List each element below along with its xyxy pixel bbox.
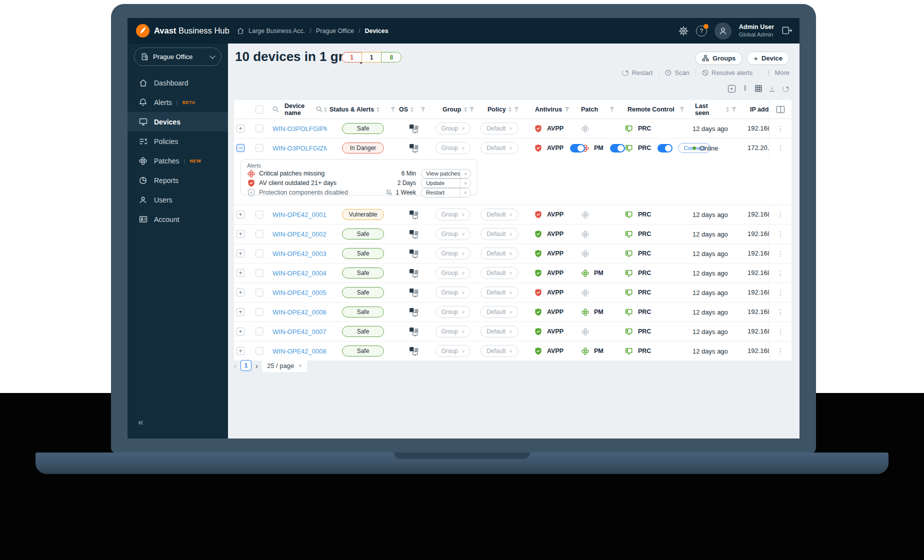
more-action-button[interactable]: ⋮More bbox=[758, 69, 790, 76]
breadcrumb-item[interactable]: Devices bbox=[364, 28, 388, 34]
policy-dropdown[interactable]: Default∨ bbox=[480, 306, 518, 318]
sort-icon[interactable] bbox=[726, 107, 729, 112]
status-count-segment[interactable]: 1 bbox=[342, 52, 362, 62]
group-dropdown[interactable]: Group∨ bbox=[436, 142, 471, 154]
row-checkbox[interactable] bbox=[256, 308, 264, 316]
kebab-menu-icon[interactable]: ⋮ bbox=[777, 348, 784, 354]
filter-icon[interactable] bbox=[680, 107, 684, 112]
prev-page-button[interactable]: ‹ bbox=[234, 362, 236, 370]
group-dropdown[interactable]: Group∨ bbox=[436, 306, 471, 318]
scan-action-button[interactable]: Scan bbox=[658, 69, 696, 76]
expand-row-button[interactable]: + bbox=[236, 124, 244, 132]
sidebar-item-dashboard[interactable]: Dashboard bbox=[128, 73, 228, 92]
group-dropdown[interactable]: Group∨ bbox=[436, 228, 471, 240]
filter-icon[interactable] bbox=[732, 107, 736, 112]
breadcrumb-item[interactable]: Prague Office bbox=[316, 28, 354, 34]
group-dropdown[interactable]: Group∨ bbox=[436, 208, 471, 220]
kebab-menu-icon[interactable]: ⋮ bbox=[777, 211, 784, 218]
device-link[interactable]: WIN-OPE42_0004 bbox=[268, 270, 326, 277]
patch-toggle[interactable] bbox=[610, 144, 625, 152]
expand-row-button[interactable]: + bbox=[236, 308, 244, 316]
next-page-button[interactable]: › bbox=[256, 362, 258, 370]
console-switch-icon[interactable] bbox=[782, 26, 792, 36]
expand-row-button[interactable]: + bbox=[236, 347, 244, 355]
sidebar-collapse-button[interactable]: « bbox=[128, 416, 228, 438]
sort-icon[interactable] bbox=[376, 107, 380, 112]
expand-row-button[interactable]: + bbox=[236, 230, 244, 238]
column-header-policy[interactable]: Policy bbox=[477, 100, 522, 118]
collapse-row-button[interactable]: − bbox=[236, 144, 244, 152]
expand-row-button[interactable]: + bbox=[236, 210, 244, 218]
kebab-menu-icon[interactable]: ⋮ bbox=[777, 144, 784, 152]
group-dropdown[interactable]: Group∨ bbox=[436, 248, 471, 260]
filter-icon[interactable] bbox=[470, 107, 474, 112]
policy-dropdown[interactable]: Default∨ bbox=[480, 208, 518, 220]
sidebar-item-devices[interactable]: Devices bbox=[128, 112, 228, 132]
remote-control-toggle[interactable] bbox=[658, 144, 672, 152]
page-number[interactable]: 1 bbox=[240, 360, 252, 371]
expand-row-button[interactable]: + bbox=[236, 250, 244, 258]
sidebar-item-account[interactable]: Account bbox=[128, 210, 228, 229]
restart-action-button[interactable]: Restart bbox=[616, 69, 658, 76]
sidebar-item-reports[interactable]: Reports bbox=[128, 170, 228, 190]
kebab-menu-icon[interactable]: ⋮ bbox=[777, 230, 784, 238]
org-selector[interactable]: Prague Office bbox=[134, 48, 222, 66]
user-info[interactable]: Admin User Global Admin bbox=[739, 24, 774, 38]
policy-dropdown[interactable]: Default∨ bbox=[480, 267, 518, 279]
device-link[interactable]: WIN-OPE42_0005 bbox=[268, 289, 326, 296]
filter-icon[interactable] bbox=[420, 107, 426, 112]
device-link[interactable]: WIN-OPE42_0006 bbox=[268, 308, 326, 316]
row-checkbox[interactable] bbox=[256, 250, 264, 258]
antivirus-toggle[interactable] bbox=[570, 144, 585, 152]
resolve-action-button[interactable]: Resolve alerts bbox=[696, 69, 758, 76]
sort-icon[interactable] bbox=[464, 107, 467, 112]
help-icon[interactable]: ? bbox=[696, 26, 707, 36]
expand-row-button[interactable]: + bbox=[236, 269, 244, 277]
group-dropdown[interactable]: Group∨ bbox=[436, 286, 471, 298]
text-size-icon[interactable]: I bbox=[741, 84, 749, 92]
add-device-button[interactable]: + Device bbox=[746, 52, 790, 65]
row-checkbox[interactable] bbox=[256, 124, 264, 132]
column-settings-cell[interactable] bbox=[769, 100, 792, 118]
home-icon[interactable] bbox=[237, 28, 244, 34]
group-dropdown[interactable]: Group∨ bbox=[436, 122, 471, 134]
sort-icon[interactable] bbox=[508, 107, 512, 112]
expand-all-icon[interactable]: + bbox=[728, 84, 736, 92]
row-checkbox[interactable] bbox=[256, 210, 264, 218]
filter-icon[interactable] bbox=[514, 107, 519, 112]
alert-action-button[interactable]: Update∨ bbox=[421, 178, 471, 188]
policy-dropdown[interactable]: Default∨ bbox=[480, 326, 518, 338]
kebab-menu-icon[interactable]: ⋮ bbox=[777, 328, 784, 335]
device-link[interactable]: WIN-OPE42_0001 bbox=[268, 211, 326, 218]
row-checkbox[interactable] bbox=[256, 230, 264, 238]
refresh-icon[interactable] bbox=[782, 84, 790, 92]
column-header-last-seen[interactable]: Last seen bbox=[688, 100, 740, 118]
column-header-antivirus[interactable]: Antivirus bbox=[522, 100, 572, 118]
settings-icon[interactable] bbox=[678, 26, 688, 36]
avatar[interactable] bbox=[714, 22, 732, 40]
kebab-menu-icon[interactable]: ⋮ bbox=[777, 289, 784, 296]
breadcrumb-item[interactable]: Large Business Acc. bbox=[248, 28, 305, 34]
column-header-group[interactable]: Group bbox=[429, 100, 477, 118]
policy-dropdown[interactable]: Default∨ bbox=[480, 228, 518, 240]
device-link[interactable]: WIN-O3POLFGIZMA bbox=[268, 144, 327, 152]
device-link[interactable]: WIN-OPE42_0007 bbox=[268, 328, 326, 336]
sidebar-item-alerts[interactable]: Alerts|BETA bbox=[128, 92, 228, 112]
column-header-ip-address[interactable]: IP address bbox=[740, 100, 769, 118]
alert-action-button[interactable]: Restart∨ bbox=[421, 188, 471, 198]
search-icon[interactable] bbox=[272, 106, 279, 112]
device-link[interactable]: WIN-O3POLFGIPMS bbox=[268, 125, 327, 132]
column-header-remote-control[interactable]: Remote Control bbox=[618, 100, 688, 118]
sort-icon[interactable] bbox=[410, 107, 414, 112]
row-checkbox[interactable] bbox=[256, 347, 264, 355]
policy-dropdown[interactable]: Default∨ bbox=[480, 345, 518, 357]
kebab-menu-icon[interactable]: ⋮ bbox=[777, 125, 784, 132]
row-checkbox[interactable] bbox=[256, 269, 264, 277]
row-checkbox[interactable] bbox=[256, 328, 264, 336]
device-link[interactable]: WIN-OPE42_0008 bbox=[268, 348, 326, 355]
expand-row-button[interactable]: + bbox=[236, 288, 244, 296]
group-dropdown[interactable]: Group∨ bbox=[436, 267, 471, 279]
expand-row-button[interactable]: + bbox=[236, 328, 244, 336]
column-header-patch[interactable]: Patch bbox=[572, 100, 618, 118]
filter-icon[interactable] bbox=[390, 107, 396, 112]
